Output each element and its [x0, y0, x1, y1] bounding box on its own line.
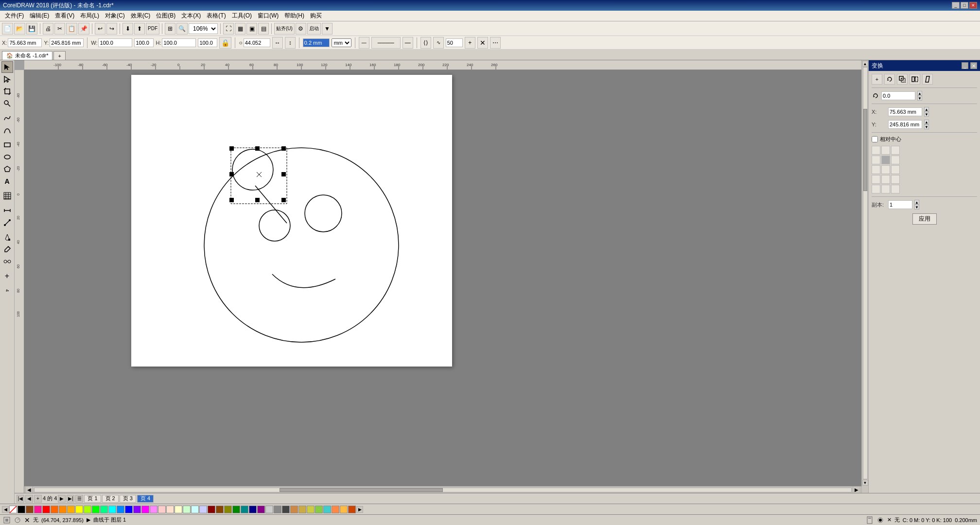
color-23[interactable] [208, 506, 215, 513]
paste-button[interactable]: 📌 [78, 23, 89, 35]
color-27[interactable] [241, 506, 248, 513]
smooth-btn[interactable]: ∿ [433, 37, 444, 49]
scroll-left-btn[interactable]: ◀ [25, 486, 33, 493]
color-6[interactable] [67, 506, 75, 513]
stroke-end-btn[interactable]: — [402, 37, 413, 49]
tab-new[interactable]: + [53, 51, 65, 60]
color-38[interactable] [332, 506, 339, 513]
color-40[interactable] [348, 506, 356, 513]
copy-button[interactable]: 📋 [66, 23, 77, 35]
color-21[interactable] [191, 506, 199, 513]
prev-page-btn[interactable]: ◀ [25, 495, 33, 503]
menu-table[interactable]: 表格(T) [204, 11, 228, 21]
no-fill-swatch[interactable] [9, 506, 17, 513]
view-options[interactable]: ⊞ [165, 23, 175, 35]
select-tool[interactable] [1, 61, 13, 73]
color-34[interactable] [298, 506, 306, 513]
color-15[interactable] [141, 506, 149, 513]
mirror-v-button[interactable]: ↕ [285, 37, 296, 49]
pages-list-btn[interactable]: ☰ [75, 495, 83, 503]
transform-scale-btn[interactable] [897, 74, 908, 85]
color-31[interactable] [274, 506, 281, 513]
canvas-inner[interactable] [24, 70, 861, 493]
anchor-mc[interactable] [881, 156, 890, 164]
x-down-btn[interactable]: ▼ [924, 112, 929, 117]
relative-center-checkbox[interactable] [872, 136, 878, 142]
snap-button[interactable]: 贴齐(U) [274, 23, 295, 35]
panel-minimize-btn[interactable]: _ [962, 62, 968, 69]
table-tool[interactable] [1, 190, 13, 202]
fill-tool[interactable] [1, 231, 13, 243]
menu-buy[interactable]: 购买 [307, 11, 325, 21]
menu-window[interactable]: 窗口(W) [255, 11, 281, 21]
scroll-down-btn[interactable]: ▼ [862, 480, 868, 486]
color-8[interactable] [84, 506, 91, 513]
anchor-mr[interactable] [891, 156, 900, 164]
anchor-tc[interactable] [881, 146, 890, 155]
copy-up-btn[interactable]: ▲ [914, 200, 919, 205]
start-dropdown[interactable]: ▼ [322, 23, 332, 35]
color-28[interactable] [249, 506, 257, 513]
panel-rotate-input[interactable] [881, 91, 915, 100]
rotate-up-btn[interactable]: ▲ [917, 91, 922, 96]
anchor-bl[interactable] [872, 165, 880, 174]
panel-x-input[interactable] [888, 107, 922, 116]
black-swatch[interactable] [18, 506, 25, 513]
color-11[interactable] [108, 506, 116, 513]
blend-tool[interactable] [1, 256, 13, 267]
transform-rotate-btn[interactable] [884, 74, 895, 85]
color-39[interactable] [340, 506, 348, 513]
rotate-input[interactable] [244, 38, 270, 47]
color-22[interactable] [199, 506, 207, 513]
rotate-down-btn[interactable]: ▼ [917, 96, 922, 101]
save-button[interactable]: 💾 [26, 23, 37, 35]
color-26[interactable] [232, 506, 240, 513]
color-14[interactable] [133, 506, 141, 513]
panel-y-input[interactable] [888, 120, 922, 129]
print-button[interactable]: 🖨 [43, 23, 53, 35]
copy-down-btn[interactable]: ▼ [914, 205, 919, 210]
w-input[interactable] [98, 38, 132, 47]
zoom-in-button[interactable]: 🔍 [176, 23, 188, 35]
palette-right-btn[interactable]: ▶ [356, 506, 363, 513]
menu-file[interactable]: 文件(F) [2, 11, 27, 21]
scroll-right-btn[interactable]: ▶ [853, 486, 860, 493]
settings-button[interactable]: ⚙ [296, 23, 306, 35]
freehand-tool[interactable] [1, 112, 13, 124]
view-mode3[interactable]: ▤ [258, 23, 269, 35]
anchor2-tc[interactable] [881, 175, 890, 184]
transform-mirror-btn[interactable] [910, 74, 920, 85]
transform-skew-btn[interactable] [922, 74, 933, 85]
bezier-tool[interactable] [1, 124, 13, 136]
color-16[interactable] [150, 506, 158, 513]
open-button[interactable]: 📂 [14, 23, 25, 35]
zoom-select[interactable]: 106% 100% 75% 50% [189, 23, 218, 34]
tab-document[interactable]: 🏠 未命名 -1.cdr* [2, 51, 52, 60]
minimize-button[interactable]: _ [952, 2, 960, 9]
anchor-br[interactable] [891, 165, 900, 174]
v-scroll-track[interactable] [863, 67, 868, 479]
ellipse-tool[interactable] [1, 151, 13, 163]
color-3[interactable] [42, 506, 50, 513]
color-13[interactable] [125, 506, 133, 513]
status-icon1[interactable] [3, 516, 11, 524]
rectangle-tool[interactable] [1, 139, 13, 151]
menu-text[interactable]: 文本(X) [178, 11, 204, 21]
panel-close-btn[interactable]: ✕ [970, 62, 977, 69]
color-12[interactable] [117, 506, 124, 513]
menu-object[interactable]: 对象(C) [102, 11, 128, 21]
color-32[interactable] [282, 506, 290, 513]
fullscreen-button[interactable]: ⛶ [223, 23, 234, 35]
page-tab-1[interactable]: 页 1 [84, 495, 101, 503]
view-mode1[interactable]: ▦ [235, 23, 245, 35]
shape-tool[interactable] [1, 73, 13, 85]
status-page-icon[interactable] [866, 516, 874, 524]
anchor-tl[interactable] [872, 146, 880, 155]
color-24[interactable] [216, 506, 224, 513]
menu-layout[interactable]: 布局(L) [77, 11, 102, 21]
menu-effects[interactable]: 效果(C) [128, 11, 154, 21]
menu-bitmap[interactable]: 位图(B) [153, 11, 178, 21]
color-36[interactable] [315, 506, 323, 513]
color-1[interactable] [26, 506, 34, 513]
lock-ratio-button[interactable]: 🔒 [219, 37, 231, 49]
